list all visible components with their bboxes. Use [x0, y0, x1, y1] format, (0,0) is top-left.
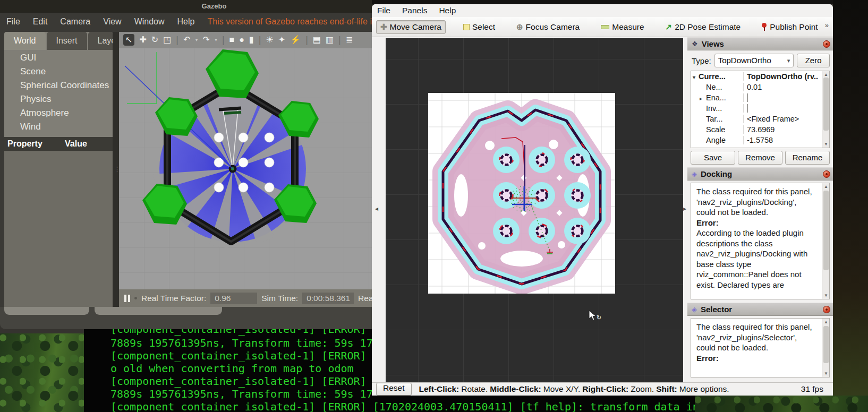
scrollbar[interactable]: ▲ ▼ [822, 71, 829, 148]
tree-item-scene[interactable]: Scene [4, 65, 113, 79]
paste-icon[interactable]: ▥ [326, 34, 334, 46]
tree-item-physics[interactable]: Physics [4, 92, 113, 106]
tree-item-atmosphere[interactable]: Atmosphere [4, 106, 113, 120]
remove-button[interactable]: Remove [738, 151, 782, 165]
menu-view[interactable]: View [103, 17, 121, 27]
menu-help[interactable]: Help [439, 6, 456, 15]
rename-button[interactable]: Rename [785, 151, 830, 165]
scale-icon[interactable]: ◳ [163, 34, 171, 46]
scroll-up-icon[interactable]: ▲ [824, 184, 828, 189]
measure-button[interactable]: Measure [597, 21, 648, 33]
menu-window[interactable]: Window [134, 17, 165, 27]
menu-file[interactable]: File [6, 17, 20, 27]
reset-button[interactable]: Reset [376, 383, 412, 396]
scroll-down-icon[interactable]: ▼ [824, 371, 828, 376]
rotate-icon[interactable]: ↻ [151, 34, 158, 46]
menu-file[interactable]: File [377, 6, 390, 15]
menu-panels[interactable]: Panels [402, 6, 427, 15]
selector-panel-header[interactable]: ◈ Selector [687, 303, 833, 316]
close-icon[interactable] [823, 40, 830, 48]
scroll-up-icon[interactable]: ▲ [824, 72, 828, 77]
toolbar-overflow-chevron[interactable]: » [825, 21, 829, 29]
tree-row-scale[interactable]: Scale 73.6969 [691, 124, 829, 135]
undo-icon[interactable]: ↶ [183, 34, 190, 46]
tab-insert[interactable]: Insert [47, 32, 87, 50]
save-button[interactable]: Save [691, 151, 735, 165]
collapse-left-icon[interactable]: ◂ [375, 205, 378, 212]
focus-camera-button[interactable]: ⊕ Focus Camera [513, 21, 583, 33]
tab-layers[interactable]: Layers [88, 32, 113, 50]
tree-row-target-frame[interactable]: Tar... <Fixed Frame> [691, 114, 829, 124]
box-icon[interactable]: ■ [229, 34, 235, 46]
scroll-down-icon[interactable]: ▼ [824, 293, 828, 298]
view-type-dropdown[interactable]: TopDownOrtho ▾ [714, 54, 794, 67]
move-camera-button[interactable]: ✚ Move Camera [376, 20, 446, 34]
terminal-line: [component_container_isolated-1] [ERROR] [110, 329, 367, 336]
selector-error-box[interactable]: The class required for this panel, 'nav2… [691, 318, 830, 377]
views-panel-header[interactable]: ❖ Views [687, 37, 833, 50]
pause-icon[interactable] [124, 295, 130, 302]
scroll-up-icon[interactable]: ▲ [824, 320, 828, 324]
expander-open-icon[interactable]: ▾ [693, 74, 695, 80]
select-arrow-icon[interactable]: ↖ [123, 34, 134, 46]
collapse-right-icon[interactable]: ▸ [683, 205, 686, 212]
translate-icon[interactable]: ✚ [139, 34, 146, 46]
panel-splitter[interactable]: ⋮ [113, 32, 119, 317]
rviz-3d-view[interactable] [386, 38, 687, 382]
tree-row-enable-stereo[interactable]: ▸Ena... [691, 92, 829, 103]
step-icon[interactable] [134, 297, 137, 299]
align-icon[interactable]: ≣ [346, 34, 353, 46]
spot-light-icon[interactable]: ⚡ [290, 34, 301, 46]
menu-camera[interactable]: Camera [60, 17, 90, 27]
tab-world[interactable]: World [4, 32, 46, 50]
cylinder-icon[interactable]: ▮ [249, 34, 254, 46]
checkbox[interactable] [747, 93, 748, 102]
redo-icon[interactable]: ↷ [202, 34, 209, 46]
gazebo-3d-scene[interactable] [119, 48, 375, 289]
menu-help[interactable]: Help [177, 17, 195, 27]
property-column-header: Property [4, 137, 65, 151]
undo-menu-icon[interactable]: ▾ [195, 34, 198, 46]
select-button[interactable]: Select [459, 21, 499, 33]
gazebo-viewport[interactable]: ↖ ✚ ↻ ◳ | ↶ ▾ ↷ ▾ | ■ ● ▮ | ☀ ✦ ⚡ | ▤ ▥ [119, 32, 375, 289]
docking-panel-header[interactable]: ◈ Docking [687, 167, 833, 181]
value-column-header: Value [65, 137, 87, 151]
scrollbar[interactable]: ▲ ▼ [822, 183, 829, 299]
rotate-cursor-icon: ↻ [597, 314, 601, 321]
redo-menu-icon[interactable]: ▾ [215, 34, 217, 46]
tree-row-current-view[interactable]: ▾Curre... TopDownOrtho (rv.. [691, 71, 829, 82]
scrollbar[interactable]: ▲ ▼ [822, 319, 829, 377]
docking-panel-title: Docking [701, 169, 732, 178]
scroll-thumb[interactable] [823, 78, 829, 131]
hint-shift: Shift: [656, 384, 677, 394]
scroll-thumb[interactable] [823, 191, 829, 270]
close-icon[interactable] [823, 170, 830, 178]
tree-row-near-clip[interactable]: Ne... 0.01 [691, 82, 829, 92]
checkbox[interactable] [747, 104, 748, 113]
scroll-thumb[interactable] [823, 326, 829, 363]
pose-estimate-button[interactable]: ↗ 2D Pose Estimate [662, 21, 745, 33]
zero-button[interactable]: Zero [797, 54, 830, 67]
tree-row-angle[interactable]: Angle -1.5758 [691, 135, 829, 145]
sun-light-icon[interactable]: ☀ [266, 34, 273, 46]
gazebo-left-panel: World Insert Layers GUI Scene Spherical … [4, 32, 113, 317]
expander-closed-icon[interactable]: ▸ [700, 96, 702, 101]
tree-item-wind[interactable]: Wind [4, 120, 113, 134]
copy-icon[interactable]: ▤ [313, 34, 321, 46]
docking-error-box[interactable]: The class required for this panel, 'nav2… [691, 183, 830, 299]
views-property-tree[interactable]: ▾Curre... TopDownOrtho (rv.. Ne... 0.01 … [691, 71, 830, 148]
sphere-icon[interactable]: ● [239, 34, 244, 46]
desktop-wallpaper-forest [0, 333, 84, 412]
error-label: Error: [696, 353, 818, 364]
scroll-down-icon[interactable]: ▼ [824, 142, 828, 147]
side-panel-splitter[interactable]: ▸ [683, 37, 687, 382]
menu-edit[interactable]: Edit [33, 17, 48, 27]
close-icon[interactable] [823, 306, 830, 313]
tree-item-gui[interactable]: GUI [4, 51, 113, 65]
tree-item-spherical-coordinates[interactable]: Spherical Coordinates [4, 79, 113, 92]
displays-panel-collapsed[interactable]: ◂ [372, 37, 386, 382]
tree-row-invert-z[interactable]: Inv... [691, 103, 829, 114]
publish-point-button[interactable]: Publish Point [758, 21, 821, 33]
point-light-icon[interactable]: ✦ [278, 34, 285, 46]
error-label: Error: [696, 218, 818, 228]
